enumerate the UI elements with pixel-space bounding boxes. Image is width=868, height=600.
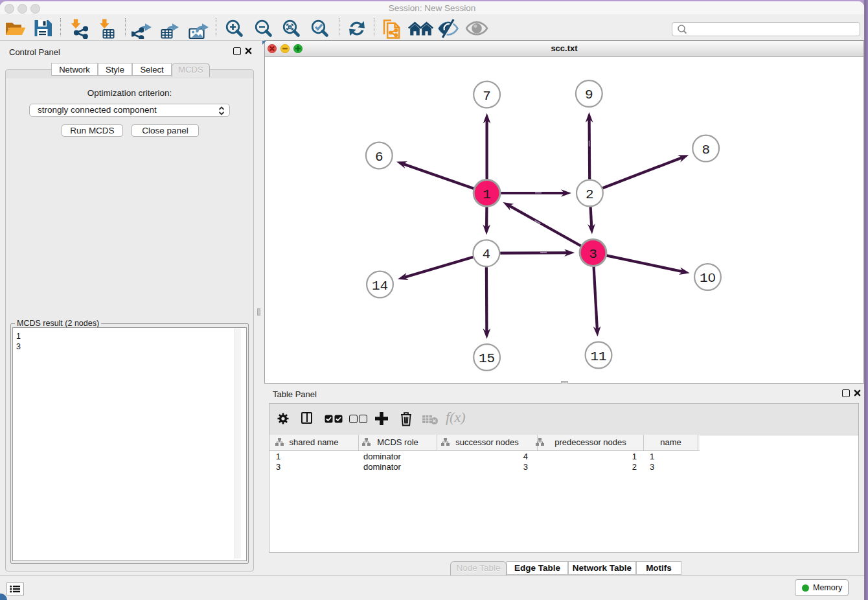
- svg-text:10: 10: [700, 271, 716, 286]
- svg-text:3: 3: [589, 247, 597, 262]
- svg-text:7: 7: [483, 89, 491, 104]
- svg-text:4: 4: [482, 247, 490, 262]
- svg-text:14: 14: [372, 279, 388, 294]
- svg-text:2: 2: [586, 187, 594, 202]
- svg-text:11: 11: [590, 349, 606, 364]
- svg-text:9: 9: [585, 87, 593, 102]
- svg-text:8: 8: [702, 143, 710, 157]
- svg-text:15: 15: [479, 351, 495, 366]
- svg-text:6: 6: [375, 150, 383, 165]
- svg-text:1: 1: [483, 187, 491, 202]
